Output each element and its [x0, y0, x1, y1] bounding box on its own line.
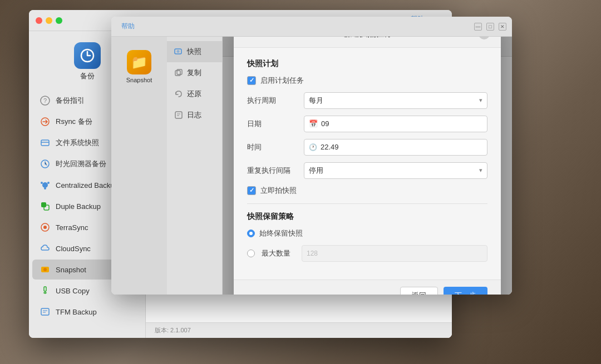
dialog-close-button[interactable]: ×	[479, 37, 490, 39]
snapshot-content: ☰ ⚙ 🗑 创建快照任务 × 快照计划	[223, 37, 512, 295]
frequency-row: 执行周期 每月 ▾	[247, 92, 487, 109]
date-label: 日期	[247, 119, 297, 129]
enable-schedule-label: 启用计划任务	[260, 76, 304, 86]
max-count-row: 最大数量 128	[247, 245, 487, 262]
duple-icon	[39, 200, 51, 212]
sidebar-item-label: Rsync 备份	[56, 117, 92, 127]
max-count-placeholder: 128	[307, 250, 318, 257]
snapshot-nav-label: 快照	[187, 47, 201, 57]
dialog-header: 创建快照任务 ×	[234, 37, 501, 48]
log-nav-icon	[174, 110, 184, 120]
time-value: 22.49	[321, 143, 339, 151]
snapshot-nav-item-copy[interactable]: 复制	[167, 62, 222, 83]
restore-nav-icon	[174, 89, 184, 99]
dialog-body: 快照计划 启用计划任务 执行周期 每月 ▾	[234, 48, 501, 280]
question-icon: ?	[39, 94, 51, 107]
svg-text:?: ?	[43, 97, 47, 104]
snapshot-restore-button[interactable]: □	[486, 23, 494, 31]
snapshot-help-link[interactable]: 帮助	[121, 22, 135, 31]
snapshot-main: 快照 复制 还原 日志	[167, 37, 512, 295]
window-controls	[36, 17, 62, 24]
central-icon	[39, 179, 51, 191]
back-button[interactable]: 返回	[400, 287, 438, 295]
time-input[interactable]: 🕐 22.49	[304, 139, 487, 156]
immediate-snapshot-checkbox[interactable]	[247, 186, 256, 195]
snapshot-nav: 快照 复制 还原 日志	[167, 37, 223, 295]
sidebar-item-tfm-backup[interactable]: TFM Backup	[32, 302, 142, 322]
snapshot-nav-item-log[interactable]: 日志	[167, 104, 222, 126]
version-bar: 版本: 2.1.007	[146, 322, 452, 338]
keep-forever-radio[interactable]	[247, 230, 255, 237]
terra-icon	[39, 221, 51, 233]
snapshot-minimize-button[interactable]: —	[474, 23, 482, 31]
snapshot-app-sidebar: 📁 Snapshot	[111, 37, 167, 295]
svg-rect-4	[41, 140, 49, 146]
frequency-value: 每月	[309, 96, 323, 106]
sidebar-item-label: TerraSync	[56, 223, 88, 232]
sidebar-item-label: 文件系统快照	[56, 138, 99, 148]
time-icon	[39, 158, 51, 170]
section-divider	[247, 203, 487, 204]
repeat-chevron: ▾	[479, 167, 482, 174]
svg-point-10	[44, 187, 46, 190]
clock-icon: 🕐	[309, 143, 317, 151]
dialog-overlay: 创建快照任务 × 快照计划 启用计划任务 执行周期	[223, 37, 512, 295]
max-count-radio[interactable]	[247, 250, 255, 257]
dialog-title: 创建快照任务	[256, 37, 479, 39]
create-task-dialog: 创建快照任务 × 快照计划 启用计划任务 执行周期	[234, 37, 501, 295]
sidebar-item-label: Snapshot	[56, 266, 86, 274]
repeat-label: 重复执行间隔	[247, 166, 297, 176]
enable-schedule-checkbox[interactable]	[247, 76, 256, 85]
sidebar-main-icon	[74, 42, 101, 69]
cloud-icon	[39, 242, 51, 255]
retention-section-title: 快照保留策略	[247, 212, 487, 222]
repeat-select[interactable]: 停用 ▾	[304, 162, 487, 179]
sidebar-item-label: 备份指引	[56, 96, 85, 106]
max-count-input[interactable]: 128	[302, 245, 487, 262]
enable-schedule-row: 启用计划任务	[247, 76, 487, 86]
snapshot-close-button[interactable]: ✕	[499, 23, 506, 31]
sidebar-item-label: USB Copy	[56, 287, 90, 295]
close-button[interactable]	[36, 17, 42, 24]
date-row: 日期 📅 09	[247, 116, 487, 132]
repeat-value: 停用	[309, 166, 323, 176]
version-label: 版本: 2.1.007	[155, 327, 191, 333]
svg-point-14	[43, 226, 47, 229]
date-input[interactable]: 📅 09	[304, 116, 487, 132]
repeat-row: 重复执行间隔 停用 ▾	[247, 162, 487, 179]
minimize-button[interactable]	[46, 17, 52, 24]
snapshot-titlebar: 帮助 — □ ✕	[111, 17, 512, 37]
rsync-icon	[39, 116, 51, 128]
svg-point-26	[177, 50, 180, 53]
date-value: 09	[321, 119, 329, 128]
snapshot-window: 帮助 — □ ✕ 📁 Snapshot 快照	[111, 17, 512, 295]
snapshot-app-icon: 📁	[127, 50, 151, 74]
svg-point-7	[42, 182, 48, 188]
svg-rect-17	[44, 287, 46, 291]
sidebar-item-label: TFM Backup	[56, 308, 97, 316]
usb-icon	[39, 285, 51, 297]
next-button[interactable]: 下一步	[444, 287, 487, 295]
sidebar-item-label: CloudSync	[56, 245, 91, 253]
snapshot-nav-item-snapshot[interactable]: 快照	[167, 41, 222, 62]
svg-point-16	[43, 268, 47, 271]
immediate-snapshot-label: 立即拍快照	[260, 186, 297, 196]
frequency-select[interactable]: 每月 ▾	[304, 92, 487, 109]
keep-forever-row: 始终保留快照	[247, 228, 487, 238]
snapshot-app-icon-area[interactable]: 📁 Snapshot	[122, 46, 156, 88]
frequency-chevron: ▾	[479, 97, 482, 104]
copy-nav-icon	[174, 68, 184, 78]
svg-rect-29	[175, 112, 182, 118]
maximize-button[interactable]	[56, 17, 62, 24]
sidebar-main-label: 备份	[80, 71, 95, 81]
immediate-snapshot-row: 立即拍快照	[247, 186, 487, 196]
tfm-icon	[39, 306, 51, 318]
frequency-label: 执行周期	[247, 96, 297, 106]
fs-icon	[39, 137, 51, 149]
snapshot-nav-icon	[174, 47, 184, 57]
snapshot-nav-item-restore[interactable]: 还原	[167, 83, 222, 104]
dialog-footer: 返回 下一步	[234, 280, 501, 295]
keep-forever-label: 始终保留快照	[259, 228, 303, 238]
snapshot-icon	[39, 263, 51, 276]
snapshot-body: 📁 Snapshot 快照 复制	[111, 37, 512, 295]
